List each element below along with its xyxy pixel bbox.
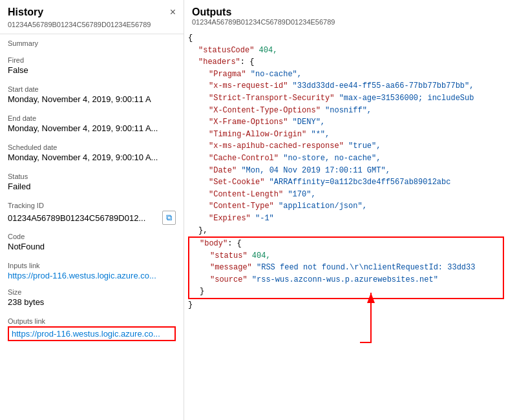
start-date-section: Start date Monday, November 4, 2019, 9:0… bbox=[0, 80, 184, 109]
json-line: }, bbox=[188, 225, 509, 237]
outputs-title: Outputs bbox=[192, 6, 509, 18]
size-label: Size bbox=[8, 288, 176, 296]
outputs-run-id: 01234A56789B01234C56789D01234E56789 bbox=[192, 18, 509, 26]
tracking-row: 01234A56789B01234C56789D012... ⧉ bbox=[8, 211, 176, 225]
json-line: "x-ms-request-id" "33dd33dd-ee44-ff55-aa… bbox=[188, 80, 509, 92]
summary-label: Summary bbox=[8, 39, 176, 47]
inputs-link-section: Inputs link https://prod-116.westus.logi… bbox=[0, 257, 184, 283]
inputs-link[interactable]: https://prod-116.westus.logic.azure.co..… bbox=[8, 271, 156, 280]
json-line: "Expires" "-1" bbox=[188, 213, 509, 225]
copy-icon: ⧉ bbox=[166, 213, 172, 223]
json-line: "X-Frame-Options" "DENY", bbox=[188, 116, 509, 129]
json-line: "Date" "Mon, 04 Nov 2019 17:00:11 GMT", bbox=[188, 165, 509, 177]
outputs-panel: Outputs 01234A56789B01234C56789D01234E56… bbox=[184, 0, 517, 420]
copy-tracking-id-button[interactable]: ⧉ bbox=[162, 211, 176, 225]
json-output: {"statusCode" 404,"headers": {"Pragma" "… bbox=[184, 28, 517, 420]
outputs-link[interactable]: https://prod-116.westus.logic.azure.co..… bbox=[12, 329, 160, 339]
json-line: } bbox=[188, 299, 509, 311]
json-line: "Set-Cookie" "ARRAffinity=0a112bc3de4ff5… bbox=[188, 176, 509, 189]
status-section: Status Failed bbox=[0, 167, 184, 196]
code-section: Code NotFound bbox=[0, 227, 184, 257]
history-panel: History × 01234A56789B01234C56789D01234E… bbox=[0, 0, 184, 420]
size-section: Size 238 bytes bbox=[0, 283, 184, 312]
json-line: "X-Content-Type-Options" "nosniff", bbox=[188, 105, 509, 117]
json-line: "x-ms-apihub-cached-response" "true", bbox=[188, 140, 509, 152]
code-value: NotFound bbox=[8, 242, 176, 251]
history-header: History × bbox=[0, 0, 184, 21]
outputs-link-box: https://prod-116.westus.logic.azure.co..… bbox=[8, 326, 176, 341]
json-line: } bbox=[189, 286, 500, 298]
summary-section: Summary bbox=[0, 34, 184, 51]
fired-label: Fired bbox=[8, 56, 176, 64]
end-date-label: End date bbox=[8, 114, 176, 122]
fired-value: False bbox=[8, 65, 176, 75]
json-line: "Cache-Control" "no-store, no-cache", bbox=[188, 152, 509, 165]
outputs-link-label: Outputs link bbox=[8, 317, 176, 325]
json-line: { bbox=[188, 32, 509, 45]
end-date-section: End date Monday, November 4, 2019, 9:00:… bbox=[0, 109, 184, 138]
scheduled-date-label: Scheduled date bbox=[8, 143, 176, 151]
inputs-link-label: Inputs link bbox=[8, 262, 176, 269]
code-label: Code bbox=[8, 233, 176, 240]
json-line: "body": { bbox=[189, 238, 500, 250]
scheduled-date-section: Scheduled date Monday, November 4, 2019,… bbox=[0, 138, 184, 167]
tracking-id-section: Tracking ID 01234A56789B01234C56789D012.… bbox=[0, 196, 184, 227]
body-highlight-box: "body": {"status" 404,"message" "RSS fee… bbox=[188, 236, 504, 299]
status-label: Status bbox=[8, 173, 176, 180]
outputs-link-section: Outputs link https://prod-116.westus.log… bbox=[0, 312, 184, 345]
json-line: "statusCode" 404, bbox=[188, 45, 509, 57]
start-date-label: Start date bbox=[8, 85, 176, 93]
json-line: "Content-Type" "application/json", bbox=[188, 200, 509, 213]
json-line: "Timing-Allow-Origin" "*", bbox=[188, 129, 509, 141]
json-line: "Strict-Transport-Security" "max-age=315… bbox=[188, 92, 509, 105]
json-line: "source" "rss-wus.azconn-wus.p.azurewebs… bbox=[189, 274, 500, 286]
json-line: "headers": { bbox=[188, 56, 509, 68]
scheduled-date-value: Monday, November 4, 2019, 9:00:10 A... bbox=[8, 152, 176, 162]
status-value: Failed bbox=[8, 182, 176, 191]
json-line: "Pragma" "no-cache", bbox=[188, 68, 509, 81]
tracking-id-label: Tracking ID bbox=[8, 202, 176, 209]
size-value: 238 bytes bbox=[8, 297, 176, 307]
tracking-id-value: 01234A56789B01234C56789D012... bbox=[8, 213, 158, 223]
outputs-header: Outputs 01234A56789B01234C56789D01234E56… bbox=[184, 0, 517, 28]
fired-section: Fired False bbox=[0, 51, 184, 80]
json-line: "Content-Length" "170", bbox=[188, 189, 509, 201]
json-line: "status" 404, bbox=[189, 250, 500, 262]
history-title: History bbox=[8, 6, 43, 18]
start-date-value: Monday, November 4, 2019, 9:00:11 A bbox=[8, 94, 176, 104]
history-run-id: 01234A56789B01234C56789D01234E56789 bbox=[0, 21, 184, 34]
json-line: "message" "RSS feed not found.\r\nclient… bbox=[189, 262, 500, 274]
close-button[interactable]: × bbox=[170, 7, 176, 17]
end-date-value: Monday, November 4, 2019, 9:00:11 A... bbox=[8, 123, 176, 133]
